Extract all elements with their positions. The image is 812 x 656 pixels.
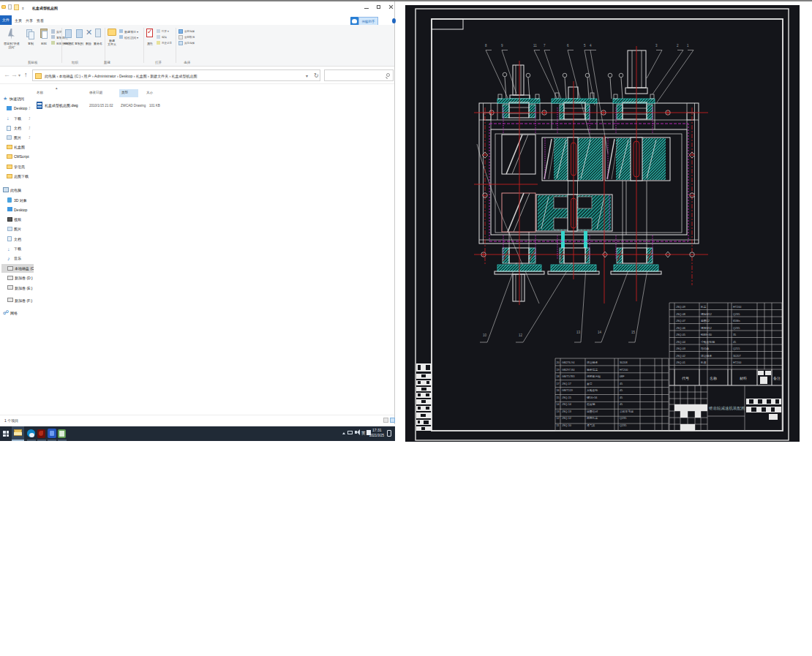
svg-text:键16×56: 键16×56: [586, 396, 597, 399]
svg-text:JSQ-12: JSQ-12: [562, 417, 571, 420]
svg-text:12: 12: [557, 417, 560, 420]
svg-text:HT200: HT200: [733, 361, 741, 364]
svg-text:JSQ-17: JSQ-17: [562, 382, 571, 385]
svg-text:45: 45: [733, 341, 736, 344]
svg-text:Q235: Q235: [733, 327, 740, 330]
svg-text:45: 45: [620, 382, 623, 385]
svg-text:12: 12: [519, 333, 523, 337]
svg-text:18: 18: [557, 375, 560, 378]
svg-text:材料: 材料: [739, 376, 747, 381]
svg-text:15: 15: [557, 396, 560, 399]
svg-text:机座: 机座: [700, 361, 707, 364]
svg-text:大锥齿轮: 大锥齿轮: [587, 388, 598, 392]
svg-text:JSQ-10: JSQ-10: [562, 424, 571, 427]
svg-text:Q235: Q235: [620, 417, 626, 420]
svg-text:20: 20: [557, 361, 560, 364]
svg-text:19: 19: [557, 369, 560, 372]
svg-text:调整垫片组: 调整垫片组: [587, 374, 601, 378]
svg-text:14: 14: [598, 331, 602, 334]
svg-text:JSQ-13: JSQ-13: [562, 410, 571, 413]
svg-text:13: 13: [576, 331, 581, 334]
svg-text:JSQ-03: JSQ-03: [676, 347, 685, 350]
svg-text:16: 16: [557, 389, 560, 392]
svg-text:JSQ-02: JSQ-02: [676, 355, 685, 358]
svg-text:HT200: HT200: [733, 306, 741, 309]
svg-text:15: 15: [631, 331, 636, 334]
svg-text:GB297-84: GB297-84: [562, 369, 574, 372]
svg-text:毡圈油封: 毡圈油封: [587, 410, 598, 413]
svg-text:30208: 30208: [620, 361, 628, 364]
svg-text:观察孔盖: 观察孔盖: [587, 416, 598, 420]
svg-text:Q215: Q215: [733, 347, 740, 350]
svg-text:低速轴: 低速轴: [587, 402, 595, 406]
svg-text:65Mn: 65Mn: [733, 320, 740, 323]
svg-text:半粗羊毛毡: 半粗羊毛毡: [620, 410, 634, 413]
svg-text:11: 11: [533, 44, 537, 48]
svg-text:45: 45: [620, 403, 623, 406]
svg-text:14: 14: [557, 403, 560, 406]
svg-text:销B8×30: 销B8×30: [700, 333, 712, 336]
svg-text:08F: 08F: [620, 375, 625, 378]
svg-text:代号: 代号: [682, 376, 689, 380]
svg-text:11: 11: [557, 424, 560, 427]
svg-text:GB/T119: GB/T119: [562, 389, 573, 392]
svg-text:HT200: HT200: [620, 369, 628, 372]
svg-text:45: 45: [620, 389, 623, 392]
svg-text:垫圈12: 垫圈12: [701, 319, 710, 323]
svg-text:挡油盘: 挡油盘: [700, 347, 710, 350]
svg-text:JSQ-04: JSQ-04: [676, 341, 685, 344]
svg-text:备注: 备注: [773, 376, 781, 380]
svg-text:JSQ-09: JSQ-09: [676, 306, 685, 309]
svg-text:JSQ-06: JSQ-06: [676, 327, 685, 330]
svg-text:GB/T5783: GB/T5783: [562, 375, 574, 378]
svg-text:JSQ-15: JSQ-15: [562, 396, 571, 399]
svg-text:30207: 30207: [733, 355, 741, 358]
svg-text:35: 35: [733, 333, 736, 336]
svg-text:名称: 名称: [710, 376, 717, 380]
svg-text:锥齿轮减速机装配图: 锥齿轮减速机装配图: [708, 406, 745, 411]
svg-text:13: 13: [557, 410, 560, 413]
svg-text:套筒: 套筒: [587, 382, 593, 385]
svg-text:JSQ-08: JSQ-08: [676, 313, 685, 316]
svg-text:螺母M12: 螺母M12: [701, 326, 712, 330]
svg-text:Q235: Q235: [620, 424, 626, 427]
svg-text:JSQ-05: JSQ-05: [676, 333, 685, 336]
svg-text:10: 10: [483, 333, 487, 337]
svg-text:JSQ-07: JSQ-07: [676, 320, 685, 323]
svg-text:小锥齿轮轴: 小锥齿轮轴: [701, 340, 715, 344]
svg-text:GB276-94: GB276-94: [562, 361, 574, 364]
svg-text:Q235: Q235: [733, 313, 740, 316]
svg-text:机盖: 机盖: [700, 305, 707, 309]
svg-text:轴承端盖: 轴承端盖: [587, 368, 598, 372]
svg-text:螺栓M12: 螺栓M12: [701, 312, 712, 316]
svg-text:JSQ-14: JSQ-14: [562, 403, 571, 406]
svg-text:滚动轴承: 滚动轴承: [701, 354, 712, 358]
svg-text:滚动轴承: 滚动轴承: [587, 361, 598, 364]
svg-text:17: 17: [557, 382, 560, 385]
svg-text:45: 45: [620, 396, 623, 399]
svg-text:JSQ-01: JSQ-01: [676, 361, 685, 364]
svg-text:通气器: 通气器: [587, 423, 595, 427]
